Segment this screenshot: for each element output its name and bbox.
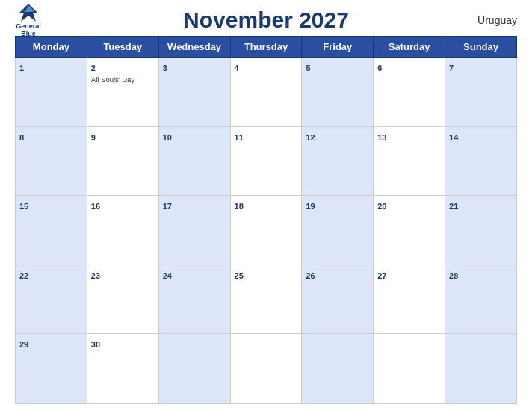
day-number: 1 xyxy=(19,64,24,72)
calendar-cell: 1 xyxy=(16,58,87,127)
logo: General Blue xyxy=(15,2,42,38)
calendar-cell: 9 xyxy=(87,126,158,196)
calendar-cell: 19 xyxy=(302,196,374,265)
calendar-cell: 26 xyxy=(302,265,374,334)
calendar-cell: 12 xyxy=(302,126,374,196)
day-number: 14 xyxy=(449,133,458,142)
day-number: 7 xyxy=(449,64,454,72)
day-number: 16 xyxy=(91,202,100,211)
calendar-cell: 13 xyxy=(374,126,445,196)
day-number: 18 xyxy=(235,202,244,211)
calendar-cell: 11 xyxy=(230,126,302,196)
day-number: 25 xyxy=(235,271,244,280)
calendar-cell: 20 xyxy=(374,196,445,265)
calendar-cell: 28 xyxy=(445,265,517,334)
day-number: 11 xyxy=(235,133,244,142)
country-label: Uruguay xyxy=(477,14,517,26)
calendar-cell: 16 xyxy=(87,196,158,265)
day-number: 26 xyxy=(306,271,315,280)
weekday-header-row: MondayTuesdayWednesdayThursdayFridaySatu… xyxy=(16,37,517,58)
day-number: 15 xyxy=(19,202,28,211)
weekday-header-cell: Wednesday xyxy=(158,37,230,58)
day-number: 24 xyxy=(163,271,172,280)
calendar-cell: 23 xyxy=(87,265,158,334)
calendar-cell: 30 xyxy=(87,334,158,404)
calendar-week-row: 2930 xyxy=(16,334,517,404)
calendar-cell: 7 xyxy=(445,58,517,127)
day-number: 28 xyxy=(449,271,458,280)
day-number: 8 xyxy=(19,133,24,142)
calendar-cell: 17 xyxy=(158,196,230,265)
weekday-header-cell: Tuesday xyxy=(87,37,158,58)
calendar-cell xyxy=(374,334,445,404)
day-number: 19 xyxy=(306,202,315,211)
weekday-header-cell: Friday xyxy=(302,37,374,58)
calendar-cell xyxy=(230,334,302,404)
calendar-cell: 22 xyxy=(16,265,87,334)
day-number: 27 xyxy=(377,271,386,280)
calendar-cell xyxy=(158,334,230,404)
calendar-cell xyxy=(302,334,374,404)
day-number: 22 xyxy=(19,271,28,280)
calendar-cell xyxy=(445,334,517,404)
day-number: 4 xyxy=(235,64,239,72)
day-number: 2 xyxy=(91,64,96,72)
weekday-header-cell: Sunday xyxy=(445,37,517,58)
calendar-cell: 29 xyxy=(16,334,87,404)
calendar-week-row: 15161718192021 xyxy=(16,196,517,265)
calendar-table: MondayTuesdayWednesdayThursdayFridaySatu… xyxy=(15,36,517,404)
day-number: 29 xyxy=(19,340,28,349)
weekday-header-cell: Thursday xyxy=(230,37,302,58)
holiday-label: All Souls' Day xyxy=(91,75,155,84)
day-number: 13 xyxy=(377,133,386,142)
calendar-header: General Blue November 2027 Uruguay xyxy=(15,7,517,33)
calendar-cell: 6 xyxy=(374,58,445,127)
calendar-cell: 21 xyxy=(445,196,517,265)
day-number: 17 xyxy=(163,202,172,211)
calendar-cell: 14 xyxy=(445,126,517,196)
calendar-cell: 4 xyxy=(230,58,302,127)
calendar-cell: 8 xyxy=(16,126,87,196)
calendar-cell: 18 xyxy=(230,196,302,265)
day-number: 21 xyxy=(449,202,458,211)
day-number: 3 xyxy=(163,64,167,72)
day-number: 23 xyxy=(91,271,100,280)
day-number: 20 xyxy=(377,202,386,211)
weekday-header-cell: Saturday xyxy=(374,37,445,58)
day-number: 10 xyxy=(163,133,172,142)
day-number: 12 xyxy=(306,133,315,142)
month-title: November 2027 xyxy=(183,7,349,33)
calendar-week-row: 22232425262728 xyxy=(16,265,517,334)
calendar-cell: 2All Souls' Day xyxy=(87,58,158,127)
calendar-cell: 15 xyxy=(16,196,87,265)
calendar-cell: 3 xyxy=(158,58,230,127)
calendar-cell: 27 xyxy=(374,265,445,334)
logo-line2: Blue xyxy=(21,31,36,38)
calendar-body: 12All Souls' Day345678910111213141516171… xyxy=(16,58,517,404)
day-number: 9 xyxy=(91,133,96,142)
day-number: 5 xyxy=(306,64,310,72)
day-number: 6 xyxy=(377,64,382,72)
calendar-cell: 24 xyxy=(158,265,230,334)
calendar-cell: 5 xyxy=(302,58,374,127)
weekday-header-cell: Monday xyxy=(16,37,87,58)
calendar-cell: 25 xyxy=(230,265,302,334)
calendar-cell: 10 xyxy=(158,126,230,196)
calendar-week-row: 891011121314 xyxy=(16,126,517,196)
day-number: 30 xyxy=(91,340,100,349)
calendar-week-row: 12All Souls' Day34567 xyxy=(16,58,517,127)
